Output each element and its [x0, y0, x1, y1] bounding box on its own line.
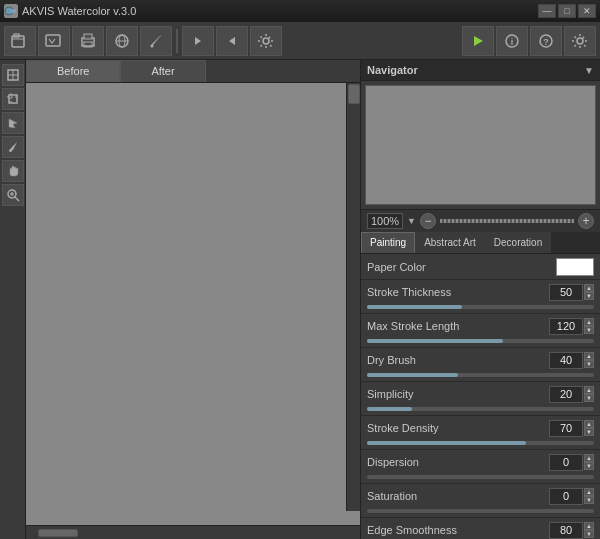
slider-row-3 [361, 406, 600, 415]
setting-row-5: Dispersion0▲▼ [361, 450, 600, 484]
info-button[interactable]: i [496, 26, 528, 56]
spin-up-3[interactable]: ▲ [584, 386, 594, 394]
setting-row-6: Saturation0▲▼ [361, 484, 600, 518]
spin-up-7[interactable]: ▲ [584, 522, 594, 530]
settings-rows-container: Stroke Thickness50▲▼Max Stroke Length120… [361, 280, 600, 539]
navigator-title: Navigator [367, 64, 418, 76]
setting-value-3[interactable]: 20 [549, 386, 583, 403]
spin-down-4[interactable]: ▼ [584, 428, 594, 436]
setting-label-4: Stroke Density [367, 422, 549, 434]
setting-row-1: Max Stroke Length120▲▼ [361, 314, 600, 348]
setting-value-5[interactable]: 0 [549, 454, 583, 471]
paper-color-swatch[interactable] [556, 258, 594, 276]
zoom-plus-button[interactable]: + [578, 213, 594, 229]
slider-row-5 [361, 474, 600, 483]
setting-row-0: Stroke Thickness50▲▼ [361, 280, 600, 314]
zoom-dropdown-icon[interactable]: ▼ [407, 216, 416, 226]
toolbar: i ? [0, 22, 600, 60]
play-button[interactable] [462, 26, 494, 56]
spin-down-5[interactable]: ▼ [584, 462, 594, 470]
setting-value-1[interactable]: 120 [549, 318, 583, 335]
spin-up-1[interactable]: ▲ [584, 318, 594, 326]
svg-line-27 [15, 197, 19, 201]
close-button[interactable]: ✕ [578, 4, 596, 18]
spin-down-6[interactable]: ▼ [584, 496, 594, 504]
maximize-button[interactable]: □ [558, 4, 576, 18]
help-button[interactable]: ? [530, 26, 562, 56]
setting-value-7[interactable]: 80 [549, 522, 583, 539]
setting-value-2[interactable]: 40 [549, 352, 583, 369]
setting-row-7: Edge Smoothness80▲▼ [361, 518, 600, 539]
slider-fill-3 [367, 407, 412, 411]
paper-color-row: Paper Color [361, 254, 600, 280]
tab-after[interactable]: After [120, 60, 205, 82]
tool-zoom[interactable] [2, 184, 24, 206]
slider-track-3[interactable] [367, 407, 594, 411]
slider-track-1[interactable] [367, 339, 594, 343]
slider-track-6[interactable] [367, 509, 594, 513]
spin-up-4[interactable]: ▲ [584, 420, 594, 428]
setting-value-4[interactable]: 70 [549, 420, 583, 437]
slider-track-4[interactable] [367, 441, 594, 445]
setting-label-2: Dry Brush [367, 354, 549, 366]
slider-fill-4 [367, 441, 526, 445]
spin-up-6[interactable]: ▲ [584, 488, 594, 496]
spin-up-5[interactable]: ▲ [584, 454, 594, 462]
zoom-value[interactable]: 100% [367, 213, 403, 229]
setting-value-0[interactable]: 50 [549, 284, 583, 301]
navigator-dropdown-icon[interactable]: ▼ [584, 65, 594, 76]
setting-value-6[interactable]: 0 [549, 488, 583, 505]
slider-track-0[interactable] [367, 305, 594, 309]
forward-button[interactable] [216, 26, 248, 56]
settings-button[interactable] [250, 26, 282, 56]
spin-up-2[interactable]: ▲ [584, 352, 594, 360]
tool-paint[interactable] [2, 136, 24, 158]
zoom-slider[interactable] [440, 219, 574, 223]
file-open-button[interactable] [4, 26, 36, 56]
spin-up-0[interactable]: ▲ [584, 284, 594, 292]
tool-move[interactable] [2, 64, 24, 86]
svg-rect-22 [9, 95, 17, 103]
spin-down-3[interactable]: ▼ [584, 394, 594, 402]
slider-row-0 [361, 304, 600, 313]
zoom-minus-button[interactable]: − [420, 213, 436, 229]
tool-crop[interactable] [2, 88, 24, 110]
scrollbar-thumb[interactable] [38, 529, 78, 537]
tool-selection[interactable] [2, 112, 24, 134]
slider-fill-2 [367, 373, 458, 377]
svg-point-11 [151, 44, 154, 47]
slider-row-2 [361, 372, 600, 381]
svg-text:i: i [511, 37, 514, 47]
preferences-button[interactable] [564, 26, 596, 56]
spin-down-2[interactable]: ▼ [584, 360, 594, 368]
web-button[interactable] [106, 26, 138, 56]
open-button[interactable] [38, 26, 70, 56]
tab-painting[interactable]: Painting [361, 232, 415, 253]
svg-marker-13 [474, 36, 483, 46]
spin-down-7[interactable]: ▼ [584, 530, 594, 538]
spin-down-1[interactable]: ▼ [584, 326, 594, 334]
print-button[interactable] [72, 26, 104, 56]
scrollbar-horizontal[interactable] [26, 525, 360, 539]
tab-decoration[interactable]: Decoration [485, 232, 551, 253]
tab-before[interactable]: Before [26, 60, 120, 82]
canvas-content [26, 83, 360, 525]
paper-color-label: Paper Color [367, 261, 556, 273]
settings-tabs: Painting Abstract Art Decoration [361, 232, 600, 254]
svg-point-25 [9, 149, 12, 152]
tool-hand[interactable] [2, 160, 24, 182]
tab-abstract-art[interactable]: Abstract Art [415, 232, 485, 253]
brush-button[interactable] [140, 26, 172, 56]
settings-content: Paper Color Stroke Thickness50▲▼Max Stro… [361, 254, 600, 539]
main-layout: Before After Navigator ▼ 100% ▼ − + [0, 60, 600, 539]
spin-down-0[interactable]: ▼ [584, 292, 594, 300]
title-bar: AKVIS Watercolor v.3.0 — □ ✕ [0, 0, 600, 22]
slider-track-5[interactable] [367, 475, 594, 479]
scrollbar-vertical[interactable] [346, 83, 360, 511]
svg-rect-2 [12, 36, 24, 47]
slider-track-2[interactable] [367, 373, 594, 377]
setting-label-1: Max Stroke Length [367, 320, 549, 332]
back-button[interactable] [182, 26, 214, 56]
minimize-button[interactable]: — [538, 4, 556, 18]
left-sidebar [0, 60, 26, 539]
